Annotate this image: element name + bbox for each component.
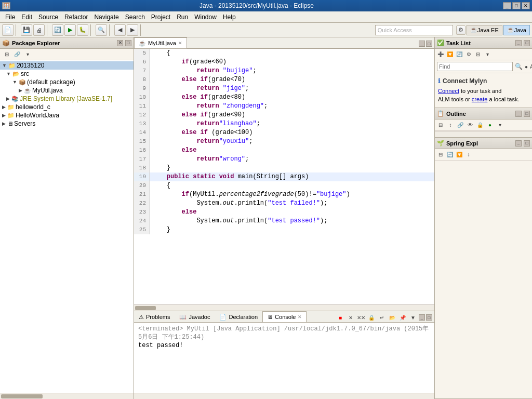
print-btn[interactable]: 🖨 bbox=[33, 24, 45, 36]
outline-max-btn[interactable]: □ bbox=[524, 111, 530, 117]
link-editor-btn[interactable]: 🔗 bbox=[12, 50, 22, 59]
debug-btn[interactable]: 🐛 bbox=[77, 24, 88, 36]
console-terminate-btn[interactable]: ■ bbox=[336, 313, 345, 322]
tree-item-servers[interactable]: ▶ 🖥 Servers bbox=[0, 119, 134, 128]
console-scroll-lock-btn[interactable]: 🔒 bbox=[367, 313, 376, 322]
console-max-btn[interactable]: □ bbox=[426, 314, 432, 321]
console-tab-close[interactable]: ✕ bbox=[298, 314, 302, 320]
system-menu-btn[interactable]: 🪟 bbox=[2, 2, 10, 9]
expand-servers-arrow[interactable]: ▶ bbox=[2, 121, 6, 126]
package-explorer-maximize[interactable]: □ bbox=[125, 40, 131, 46]
package-explorer-close[interactable]: ✕ bbox=[117, 40, 123, 46]
menu-edit[interactable]: Edit bbox=[18, 12, 35, 22]
tab-javadoc[interactable]: 📖 Javadoc bbox=[175, 311, 215, 322]
tree-item-src[interactable]: ▼ 📂 src bbox=[0, 70, 134, 78]
collapse-all-btn[interactable]: ⊟ bbox=[2, 50, 11, 59]
prev-btn[interactable]: ◀ bbox=[114, 24, 126, 36]
mylyn-create-link[interactable]: create bbox=[472, 96, 488, 102]
perspective-java-btn[interactable]: ☕ Java bbox=[503, 25, 530, 35]
tree-item-jre[interactable]: ▶ 📚 JRE System Library [JavaSE-1.7] bbox=[0, 95, 134, 103]
code-line-22: 22 System.out.println("test failed!"); bbox=[134, 199, 434, 208]
explorer-settings-btn[interactable]: ▾ bbox=[23, 50, 32, 59]
console-open-file-btn[interactable]: 📂 bbox=[388, 313, 397, 322]
spring-filter-btn[interactable]: 🔽 bbox=[455, 150, 464, 159]
console-min-btn[interactable]: _ bbox=[419, 314, 425, 321]
tree-item-helloworld-java[interactable]: ▶ 📁 HelloWorldJava bbox=[0, 111, 134, 119]
console-remove-btn[interactable]: ✕ bbox=[346, 313, 355, 322]
task-collapse-btn[interactable]: ⊟ bbox=[473, 50, 483, 59]
outline-hide2-btn[interactable]: 🔒 bbox=[475, 121, 485, 130]
editor-tab-myutil[interactable]: ☕ MyUtil.java ✕ bbox=[134, 37, 187, 48]
tab-declaration[interactable]: 📄 Declaration bbox=[215, 311, 262, 322]
task-filter-btn[interactable]: 🔽 bbox=[445, 50, 455, 59]
editor-h-scrollbar[interactable] bbox=[134, 304, 434, 311]
menu-run[interactable]: Run bbox=[174, 12, 191, 22]
task-list-min-btn[interactable]: _ bbox=[515, 40, 522, 46]
search-btn[interactable]: 🔍 bbox=[96, 24, 107, 36]
outline-collapse-btn[interactable]: ⊟ bbox=[436, 121, 445, 130]
task-find-input[interactable] bbox=[437, 62, 513, 71]
menu-source[interactable]: Source bbox=[35, 12, 61, 22]
maximize-btn[interactable]: □ bbox=[512, 2, 521, 9]
editor-minimize-btn[interactable]: _ bbox=[419, 41, 425, 47]
spring-sort-btn[interactable]: ↕ bbox=[464, 150, 473, 159]
perspective-settings-btn[interactable]: ⚙ bbox=[456, 25, 466, 35]
tree-item-myutil[interactable]: ▶ ☕ MyUtil.java bbox=[0, 86, 134, 95]
console-word-wrap-btn[interactable]: ↵ bbox=[377, 313, 387, 322]
outline-sync-btn[interactable]: 🔗 bbox=[456, 121, 465, 130]
task-list-max-btn[interactable]: □ bbox=[524, 40, 530, 46]
editor-tab-close[interactable]: ✕ bbox=[178, 41, 182, 46]
close-btn[interactable]: ✕ bbox=[522, 2, 530, 9]
menu-file[interactable]: File bbox=[2, 12, 18, 22]
outline-more-btn[interactable]: ▾ bbox=[495, 121, 504, 130]
menu-window[interactable]: Window bbox=[191, 12, 220, 22]
tab-problems[interactable]: ⚠ Problems bbox=[134, 311, 175, 322]
outline-hide-btn[interactable]: 👁 bbox=[466, 121, 475, 130]
menu-navigate[interactable]: Navigate bbox=[91, 12, 122, 22]
perspective-javaee-btn[interactable]: ☕ Java EE bbox=[467, 25, 502, 35]
expand-myutil-arrow[interactable]: ▶ bbox=[19, 88, 22, 93]
expand-pkg-arrow[interactable]: ▼ bbox=[12, 79, 17, 85]
new-btn[interactable]: 📄 bbox=[2, 24, 14, 36]
refresh-btn[interactable]: 🔄 bbox=[52, 24, 63, 36]
code-editor[interactable]: 5 { 6 if(grade<60) 7 return "bujige"; 8 … bbox=[134, 49, 434, 304]
outline-sort-btn[interactable]: ↕ bbox=[446, 121, 455, 130]
menu-project[interactable]: Project bbox=[148, 12, 174, 22]
console-pin-btn[interactable]: 📌 bbox=[398, 313, 407, 322]
expand-jre-arrow[interactable]: ▶ bbox=[6, 96, 10, 101]
outline-scrollbar[interactable] bbox=[435, 131, 532, 137]
task-settings-btn[interactable]: ⚙ bbox=[464, 50, 473, 59]
save-btn[interactable]: 💾 bbox=[21, 24, 32, 36]
tree-item-project[interactable]: ▼ 📁 20135120 bbox=[0, 61, 134, 70]
code-line-20: 20 { bbox=[134, 181, 434, 190]
next-btn[interactable]: ▶ bbox=[127, 24, 138, 36]
tree-item-helloworld-c[interactable]: ▶ 📁 helloworld_c bbox=[0, 103, 134, 111]
menu-help[interactable]: Help bbox=[220, 12, 239, 22]
menu-refactor[interactable]: Refactor bbox=[61, 12, 91, 22]
console-remove-all-btn[interactable]: ✕✕ bbox=[356, 313, 366, 322]
console-scrollbar[interactable] bbox=[134, 393, 434, 399]
expand-hwc-arrow[interactable]: ▶ bbox=[2, 104, 6, 110]
expand-project-arrow[interactable]: ▼ bbox=[2, 63, 7, 68]
new-task-btn[interactable]: ➕ bbox=[436, 50, 445, 59]
run-btn[interactable]: ▶ bbox=[64, 24, 76, 36]
expand-src-arrow[interactable]: ▼ bbox=[6, 71, 11, 76]
minimize-btn[interactable]: _ bbox=[503, 2, 511, 9]
editor-maximize-btn[interactable]: □ bbox=[426, 41, 432, 47]
menu-search[interactable]: Search bbox=[122, 12, 148, 22]
spring-collapse-btn[interactable]: ⊟ bbox=[436, 150, 445, 159]
task-more-btn[interactable]: ▾ bbox=[483, 50, 492, 59]
expand-hwj-arrow[interactable]: ▶ bbox=[2, 113, 6, 118]
outline-min-btn[interactable]: _ bbox=[515, 111, 522, 117]
left-scrollbar[interactable] bbox=[0, 393, 134, 399]
tab-console[interactable]: 🖥 Console ✕ bbox=[262, 311, 307, 322]
console-display-btn[interactable]: ▼ bbox=[408, 313, 418, 322]
spring-max-btn[interactable]: □ bbox=[524, 140, 530, 147]
tree-item-default-package[interactable]: ▼ 📦 (default package) bbox=[0, 78, 134, 86]
spring-min-btn[interactable]: _ bbox=[515, 140, 522, 147]
quick-access-field[interactable]: Quick Access bbox=[375, 25, 453, 35]
mylyn-connect-link[interactable]: Connect bbox=[438, 88, 459, 94]
spring-refresh-btn[interactable]: 🔄 bbox=[445, 150, 455, 159]
code-line-8: 8 else if(grade<70) bbox=[134, 75, 434, 84]
task-sync-btn[interactable]: 🔄 bbox=[455, 50, 464, 59]
